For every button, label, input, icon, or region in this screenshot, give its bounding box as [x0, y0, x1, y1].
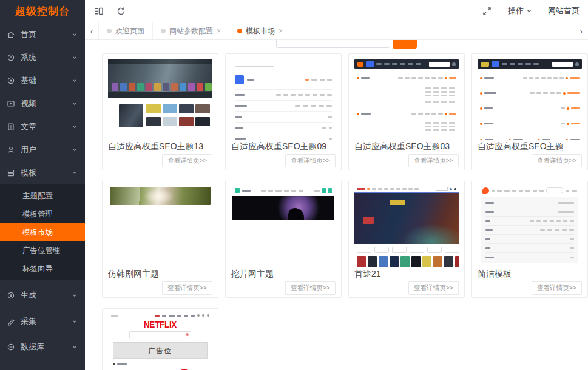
thumb-search-bar [129, 331, 191, 338]
chevron-down-icon [72, 292, 78, 298]
view-detail-button[interactable]: 查看详情页>> [532, 281, 582, 295]
template-title: 自适应高权重SEO主题13 [108, 141, 212, 152]
view-detail-button[interactable]: 查看详情页>> [408, 154, 459, 167]
sidebar-item-template-market[interactable]: 模板市场 [0, 223, 85, 241]
tab-dot [237, 29, 242, 33]
sidebar-item-article[interactable]: 文章 [0, 115, 85, 138]
template-card: 自适应高权重SEO主题13 查看详情页>> [102, 53, 218, 170]
template-title: 简洁模板 [478, 269, 582, 280]
chevron-down-icon [72, 32, 78, 38]
sidebar-item-generate[interactable]: 生成 [0, 284, 85, 307]
main-area: 操作 网站首页 ‹ 欢迎页面 网站参数配置 × 模板市场 × › [85, 0, 588, 370]
tab-template-market[interactable]: 模板市场 × [229, 22, 291, 39]
ad-slot-box: 广告位 [113, 342, 208, 359]
article-icon [7, 123, 15, 131]
sidebar-item-template[interactable]: 模板 [0, 161, 85, 184]
chevron-down-icon [526, 8, 532, 14]
site-home-link[interactable]: 网站首页 [548, 5, 580, 16]
search-button[interactable] [393, 39, 417, 49]
generate-icon [7, 291, 15, 300]
template-card: 首途21 查看详情页>> [348, 181, 465, 298]
thumb-list-panel [481, 197, 578, 263]
tab-label: 模板市场 [246, 26, 275, 36]
tab-label: 欢迎页面 [115, 26, 144, 36]
app-logo: 超级控制台 [0, 0, 85, 23]
sidebar-item-tag-wizard[interactable]: 标签向导 [0, 260, 85, 278]
sidebar-item-home[interactable]: 首页 [0, 23, 85, 46]
template-card: 自适应高权重SEO主题03 查看详情页>> [348, 53, 465, 170]
database-icon [7, 343, 15, 351]
close-icon[interactable]: × [217, 27, 221, 35]
sidebar-item-template-manage[interactable]: 模板管理 [0, 205, 85, 223]
search-input[interactable] [276, 39, 390, 48]
template-title: 首途21 [354, 269, 459, 280]
thumb-banner [110, 187, 211, 205]
sidebar-item-label: 首页 [21, 29, 36, 40]
view-detail-button[interactable]: 查看详情页>> [285, 154, 336, 167]
tabs-scroll-left-icon[interactable]: ‹ [85, 27, 98, 36]
sidebar-item-label: 文章 [21, 121, 36, 132]
template-title: 自适应高权重SEO主题09 [231, 141, 336, 152]
thumb-site-header [108, 313, 212, 317]
refresh-icon[interactable] [116, 6, 126, 16]
view-detail-button[interactable]: 查看详情页>> [162, 154, 212, 167]
tab-site-params[interactable]: 网站参数配置 × [153, 22, 229, 39]
sidebar-item-video[interactable]: 视频 [0, 92, 85, 115]
template-thumbnail [231, 58, 336, 140]
sidebar-item-label: 生成 [21, 290, 36, 301]
template-card: 自适应高权重SEO主题09 查看详情页>> [225, 53, 342, 170]
sidebar-item-label: 模板 [21, 167, 36, 178]
sidebar-item-label: 系统 [21, 52, 36, 63]
view-detail-button[interactable]: 查看详情页>> [408, 281, 459, 295]
template-thumbnail [478, 58, 582, 140]
collect-icon [7, 317, 15, 326]
thumb-banner [354, 193, 459, 244]
operation-label: 操作 [508, 5, 524, 16]
thumb-site-header [354, 59, 459, 69]
base-icon [7, 76, 15, 85]
netflix-logo: NETFLIX [108, 319, 212, 329]
template-card-grid: 自适应高权重SEO主题13 查看详情页>> [102, 53, 588, 370]
sidebar-item-ad-manage[interactable]: 广告位管理 [0, 241, 85, 260]
sidebar-item-user[interactable]: 用户 [0, 138, 85, 161]
thumb-site-header [478, 186, 582, 195]
sidebar: 超级控制台 首页 系统 基础 视频 文章 用户 [0, 0, 85, 370]
tabs-scroll-right-icon[interactable]: › [575, 27, 588, 36]
thumb-site-header [231, 187, 336, 194]
template-title: 自适应高权重SEO主题03 [354, 141, 459, 152]
top-toolbar: 操作 网站首页 [85, 0, 588, 22]
template-card: 挖片网主题 查看详情页>> [225, 181, 342, 298]
thumb-site-header [354, 186, 459, 193]
menu-fold-icon[interactable] [93, 6, 104, 16]
tab-bar: ‹ 欢迎页面 网站参数配置 × 模板市场 × › [85, 22, 588, 40]
chevron-down-icon [72, 55, 78, 61]
template-icon [7, 169, 15, 177]
video-icon [7, 99, 15, 108]
sidebar-item-collect[interactable]: 采集 [0, 310, 85, 333]
operation-dropdown[interactable]: 操作 [508, 5, 532, 16]
system-icon [7, 53, 15, 62]
close-icon[interactable]: × [279, 27, 283, 35]
view-detail-button[interactable]: 查看详情页>> [532, 154, 582, 167]
sidebar-item-base[interactable]: 基础 [0, 69, 85, 92]
sidebar-item-system[interactable]: 系统 [0, 46, 85, 69]
user-icon [7, 146, 15, 154]
template-thumbnail [354, 58, 459, 140]
tab-dot [107, 29, 112, 33]
template-thumbnail [108, 186, 212, 267]
sidebar-item-theme-config[interactable]: 主题配置 [0, 187, 85, 205]
fullscreen-icon[interactable] [482, 6, 492, 16]
view-detail-button[interactable]: 查看详情页>> [285, 281, 336, 295]
sidebar-item-database[interactable]: 数据库 [0, 335, 85, 358]
chevron-down-icon [72, 147, 78, 153]
template-card: 仿韩剧网主题 查看详情页>> [102, 181, 218, 298]
template-title: 挖片网主题 [231, 269, 336, 280]
tab-welcome[interactable]: 欢迎页面 [98, 22, 153, 39]
template-title: 仿韩剧网主题 [108, 269, 212, 280]
view-detail-button[interactable]: 查看详情页>> [162, 281, 212, 295]
template-thumbnail [354, 186, 459, 267]
home-icon [7, 30, 15, 39]
template-submenu: 主题配置 模板管理 模板市场 广告位管理 标签向导 [0, 184, 85, 280]
app-window: 超级控制台 首页 系统 基础 视频 文章 用户 [0, 0, 588, 370]
tab-dot [161, 29, 166, 33]
